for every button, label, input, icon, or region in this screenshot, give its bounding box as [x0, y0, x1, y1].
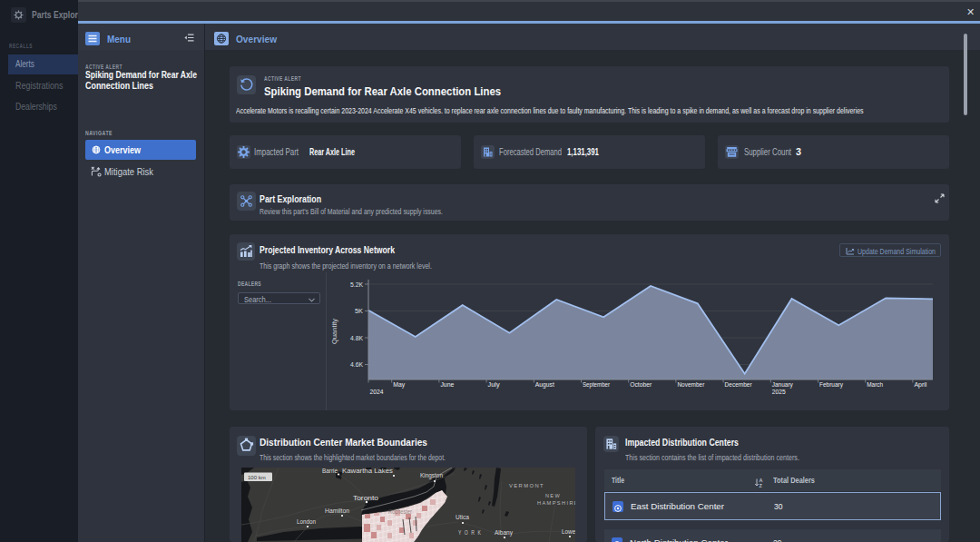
svg-text:May: May — [393, 380, 405, 389]
svg-text:5.2K: 5.2K — [350, 281, 363, 289]
svg-text:April: April — [914, 380, 926, 389]
svg-text:5K: 5K — [355, 307, 363, 315]
svg-text:Z: Z — [760, 483, 763, 488]
svg-text:NEW: NEW — [545, 492, 561, 498]
svg-text:Toronto: Toronto — [353, 494, 378, 502]
svg-text:Rochester: Rochester — [388, 508, 412, 515]
svg-text:100 km: 100 km — [248, 475, 266, 480]
svg-text:HAMPSHIRE: HAMPSHIRE — [537, 499, 575, 506]
svg-text:London: London — [297, 518, 316, 525]
svg-text:4.8K: 4.8K — [350, 334, 363, 342]
svg-text:4.6K: 4.6K — [350, 360, 363, 369]
svg-text:June: June — [440, 380, 454, 389]
svg-text:2025: 2025 — [772, 388, 786, 396]
svg-text:Albany: Albany — [495, 529, 514, 537]
svg-text:March: March — [867, 380, 883, 389]
svg-text:VERMONT: VERMONT — [509, 482, 544, 488]
svg-text:Kawartha Lakes: Kawartha Lakes — [342, 468, 393, 474]
svg-text:Hamilton: Hamilton — [325, 508, 350, 514]
svg-text:August: August — [535, 380, 554, 389]
svg-text:February: February — [819, 380, 843, 389]
svg-text:September: September — [583, 380, 610, 389]
svg-text:Barrie: Barrie — [322, 468, 338, 474]
svg-text:2024: 2024 — [370, 388, 384, 396]
svg-text:October: October — [630, 380, 652, 389]
svg-text:Kingston: Kingston — [420, 472, 443, 479]
svg-text:Quantity: Quantity — [330, 319, 338, 344]
svg-text:December: December — [725, 380, 752, 389]
svg-text:November: November — [677, 380, 704, 389]
svg-text:Y O R K: Y O R K — [458, 529, 482, 536]
svg-text:Utica: Utica — [456, 514, 470, 520]
svg-text:July: July — [488, 380, 500, 389]
svg-text:Lowell: Lowell — [562, 528, 575, 535]
